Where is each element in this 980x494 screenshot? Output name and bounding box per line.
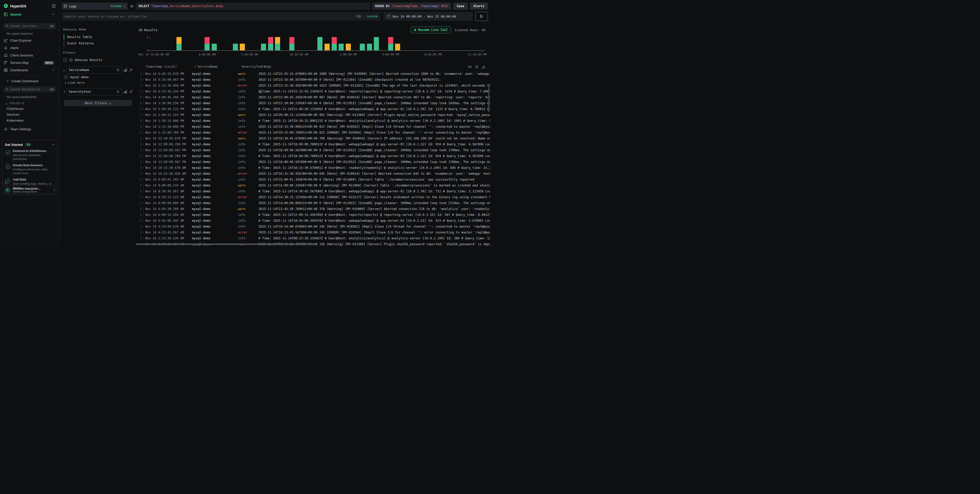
column-header-body[interactable]: Body — [261, 65, 466, 69]
expand-row-icon[interactable] — [138, 126, 142, 127]
histogram-bar[interactable] — [360, 44, 365, 50]
expand-row-icon[interactable] — [138, 190, 142, 192]
chevron-up-icon[interactable] — [52, 144, 55, 147]
code-view-icon[interactable] — [468, 65, 472, 69]
table-row[interactable]: Nov 14 8:30:15.123 AMmysql-demoerror2025… — [138, 194, 490, 200]
preset-item-clickhouse[interactable]: ClickHouse — [0, 106, 59, 112]
expand-row-icon[interactable] — [138, 73, 142, 75]
sidebar-item-dashboards[interactable]: Dashboards — [0, 66, 59, 74]
table-row[interactable]: Nov 14 2:15:30.234 AMmysql-demoinfo# Tim… — [138, 235, 490, 241]
table-row[interactable]: Nov 14 3:30:00.234 PMmysql-demoinfo2025-… — [138, 100, 490, 106]
expand-row-icon[interactable] — [138, 132, 142, 133]
table-row[interactable]: Nov 14 1:15:30.890 PMmysql-demoinfo2025-… — [138, 124, 490, 129]
expand-row-icon[interactable] — [138, 96, 142, 98]
table-row[interactable]: Nov 14 2:00:15.123 PMmysql-demowarn2025-… — [138, 112, 490, 118]
saved-searches-input[interactable]: Saved Searches ⌘K — [3, 23, 56, 29]
expand-row-icon[interactable] — [138, 185, 142, 186]
select-query-input[interactable]: SELECT Timestamp,ServiceName,SeverityTex… — [136, 3, 370, 10]
table-row[interactable]: Nov 14 12:00:00.567 PMmysql-demoinfo2025… — [138, 147, 490, 153]
table-row[interactable]: Nov 14 4:45:00.345 AMmysql-demoinfo# Tim… — [138, 218, 490, 223]
table-row[interactable]: Nov 14 10:15:30.456 AMmysql-demoerror202… — [138, 171, 490, 177]
sidebar-item-chart-explorer[interactable]: Chart Explorer — [0, 37, 59, 44]
load-more-button[interactable]: Load more — [63, 80, 133, 84]
table-row[interactable]: Nov 14 5:15:30.456 PMmysql-demoerror2025… — [138, 83, 490, 88]
expand-row-icon[interactable] — [138, 137, 142, 139]
expand-row-icon[interactable] — [138, 102, 142, 104]
sidebar-item-search[interactable]: Search — [0, 11, 59, 18]
histogram-bar[interactable] — [289, 37, 294, 50]
histogram-bar[interactable] — [212, 44, 217, 50]
table-row[interactable]: Nov 14 1:15:00.789 PMmysql-demoerror2025… — [138, 129, 490, 135]
sql-mode-toggle[interactable]: SQL — [356, 14, 361, 18]
column-header-servicename[interactable]: ServiceName — [194, 65, 240, 69]
table-row[interactable]: Nov 14 6:00:15.456 AMmysql-demoinfo# Tim… — [138, 212, 490, 218]
source-selector[interactable]: Logs Schema — [62, 3, 128, 10]
table-row[interactable]: Nov 14 3:00:30.123 PMmysql-demoinfo# Tim… — [138, 106, 490, 112]
expand-row-icon[interactable] — [138, 161, 142, 163]
histogram-bar[interactable] — [233, 44, 238, 50]
histogram-bar[interactable] — [325, 44, 329, 50]
histogram-bar[interactable] — [339, 44, 344, 50]
chevron-right-icon[interactable] — [63, 91, 65, 93]
histogram-bar[interactable] — [388, 37, 393, 50]
table-row[interactable]: Nov 14 5:16:00.567 PMmysql-demoinfo2025-… — [138, 76, 490, 83]
expand-row-icon[interactable] — [138, 108, 142, 110]
table-row[interactable]: Nov 14 4:15:45.234 PMmysql-demoinfo# Tim… — [138, 88, 490, 94]
pin-icon[interactable] — [129, 90, 133, 94]
lucene-mode-toggle[interactable]: Lucene — [367, 14, 378, 18]
table-row[interactable]: Nov 14 8:30:45.567 AMmysql-demoinfo# Tim… — [138, 188, 490, 194]
vertical-scrollbar[interactable] — [488, 87, 490, 112]
expand-row-icon[interactable] — [138, 178, 142, 180]
expand-row-icon[interactable] — [138, 237, 142, 239]
expand-row-icon[interactable] — [138, 155, 142, 157]
facet-chart-icon[interactable] — [124, 68, 127, 72]
order-by-chip[interactable]: ORDER BY (TimestampTime, Timestamp) DESC — [372, 3, 451, 10]
date-range-picker[interactable]: Nov 14 00:00:00 - Nov 15 00:00:00 — [383, 12, 473, 21]
expand-row-icon[interactable] — [138, 91, 142, 92]
table-row[interactable]: Nov 14 9:00:01.345 AMmysql-demoinfo2025-… — [138, 177, 490, 182]
table-row[interactable]: Nov 14 12:00:00.789 PMmysql-demoinfo# Ti… — [138, 153, 490, 159]
table-row[interactable]: Nov 14 6:45:30.789 AMmysql-demowarn2025-… — [138, 206, 490, 212]
histogram-bar[interactable] — [395, 44, 400, 50]
histogram-bar[interactable] — [177, 37, 181, 50]
histogram-bar[interactable] — [261, 44, 266, 50]
facet-chart-icon[interactable] — [124, 90, 127, 94]
column-header-timestamp[interactable]: Timestamp (Local) — [138, 65, 194, 69]
expand-row-icon[interactable] — [138, 79, 142, 80]
table-row[interactable]: Nov 14 4:23:45.567 AMmysql-demoerror2025… — [138, 229, 490, 235]
run-query-button[interactable] — [475, 12, 488, 21]
expand-row-icon[interactable] — [138, 120, 142, 121]
more-filters-button[interactable]: More filters — [64, 100, 132, 106]
expand-row-icon[interactable] — [138, 226, 142, 227]
alerts-button[interactable]: Alerts — [470, 3, 488, 10]
facet-servicename-field[interactable]: ServiceName — [67, 66, 122, 73]
horizontal-scrollbar[interactable] — [135, 244, 317, 245]
table-row[interactable]: Nov 14 4:24:00.678 AMmysql-demoinfo2025-… — [138, 223, 490, 229]
preset-item-services[interactable]: Services — [0, 112, 59, 118]
presets-header[interactable]: PRESETS — [0, 100, 59, 106]
download-icon[interactable] — [482, 65, 485, 69]
create-dashboard-button[interactable]: + Create Dashboard — [0, 77, 59, 85]
column-header-severitytext[interactable]: SeverityText — [240, 65, 261, 69]
pin-icon[interactable] — [129, 68, 133, 72]
copy-body-button[interactable] — [258, 90, 263, 93]
collapse-sidebar-icon[interactable] — [52, 4, 56, 8]
chevron-down-icon[interactable] — [63, 69, 65, 71]
event-search-input[interactable]: Search your events w/ Lucene ex. column:… — [62, 12, 381, 21]
histogram-bar[interactable] — [240, 44, 245, 50]
expand-row-icon[interactable] — [138, 173, 142, 174]
histogram-bar[interactable] — [374, 37, 379, 50]
get-started-step[interactable]: Create Data Sources Configure where your… — [5, 164, 54, 175]
histogram-bar[interactable] — [317, 37, 323, 50]
save-button[interactable]: Save — [453, 3, 468, 10]
table-row[interactable]: Nov 14 9:00:00.234 AMmysql-demowarn2025-… — [138, 182, 490, 188]
user-profile-chip[interactable]: D dominic.tran@clic... dominic.tran@clic… — [2, 185, 57, 195]
histogram-bar[interactable] — [205, 37, 210, 50]
expand-row-icon[interactable] — [138, 149, 142, 151]
expand-row-icon[interactable] — [138, 202, 142, 204]
events-histogram[interactable]: 2 0 Nov 14 12:00:00 AM4:00:00 AM7:00:00 … — [151, 37, 482, 57]
sidebar-item-service-map[interactable]: Service Map BETA — [0, 59, 59, 66]
saved-dashboards-input[interactable]: Saved Dashboards ⌘K — [3, 86, 56, 92]
resume-live-tail-button[interactable]: Resume Live Tail — [410, 26, 451, 33]
table-row[interactable]: Nov 14 10:15:30.678 AMmysql-demoinfo# Ti… — [138, 165, 490, 171]
